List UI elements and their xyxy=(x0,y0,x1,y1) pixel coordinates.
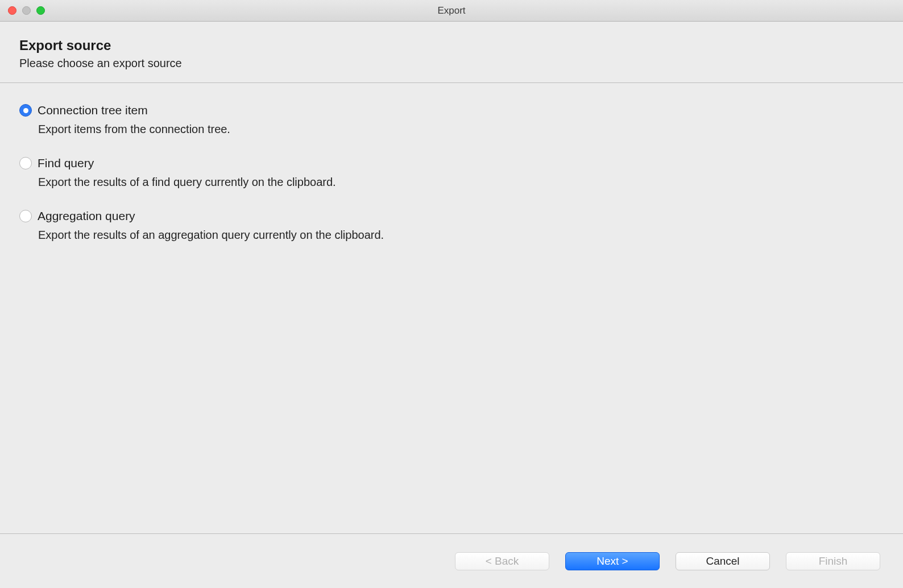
finish-button: Finish xyxy=(786,552,880,570)
page-subtitle: Please choose an export source xyxy=(19,57,884,70)
option-label[interactable]: Connection tree item xyxy=(38,103,148,117)
radio-aggregation-query[interactable] xyxy=(19,210,32,222)
option-connection-tree-item: Connection tree item Export items from t… xyxy=(19,103,884,136)
back-button: < Back xyxy=(455,552,549,570)
radio-connection-tree-item[interactable] xyxy=(19,104,32,117)
window-title: Export xyxy=(0,5,903,16)
page-title: Export source xyxy=(19,38,884,53)
next-button[interactable]: Next > xyxy=(565,552,660,570)
option-description: Export items from the connection tree. xyxy=(38,123,884,136)
titlebar: Export xyxy=(0,0,903,22)
option-description: Export the results of an aggregation que… xyxy=(38,229,884,242)
wizard-footer: < Back Next > Cancel Finish xyxy=(0,533,903,588)
option-label[interactable]: Aggregation query xyxy=(38,209,135,223)
option-aggregation-query: Aggregation query Export the results of … xyxy=(19,209,884,242)
radio-find-query[interactable] xyxy=(19,157,32,169)
option-label[interactable]: Find query xyxy=(38,156,94,170)
cancel-button[interactable]: Cancel xyxy=(676,552,770,570)
wizard-body: Connection tree item Export items from t… xyxy=(0,83,903,533)
wizard-header: Export source Please choose an export so… xyxy=(0,22,903,83)
option-description: Export the results of a find query curre… xyxy=(38,176,884,189)
option-find-query: Find query Export the results of a find … xyxy=(19,156,884,189)
